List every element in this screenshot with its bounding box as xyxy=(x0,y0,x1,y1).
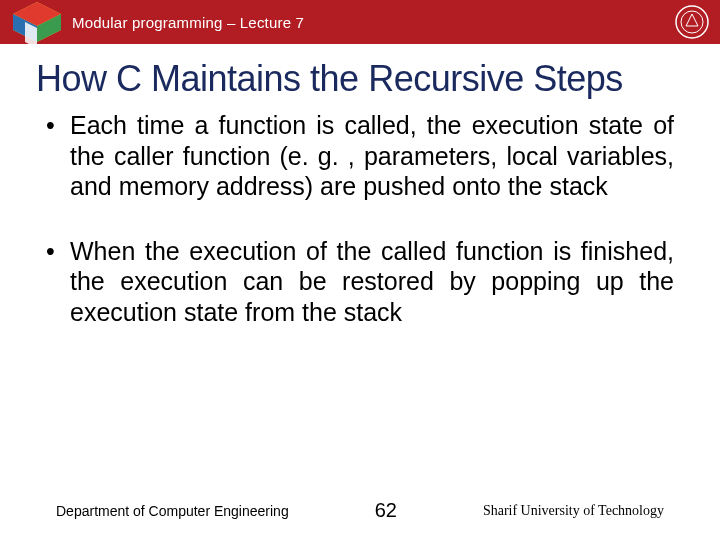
footer-department: Department of Computer Engineering xyxy=(56,503,289,519)
footer: Department of Computer Engineering 62 Sh… xyxy=(0,499,720,522)
header-band: Modular programming – Lecture 7 xyxy=(0,0,720,44)
bullet-item: When the execution of the called functio… xyxy=(46,236,674,328)
footer-university: Sharif University of Technology xyxy=(483,503,664,519)
cube-logo-icon xyxy=(6,0,68,56)
bullet-item: Each time a function is called, the exec… xyxy=(46,110,674,202)
page-number: 62 xyxy=(375,499,397,522)
slide: Modular programming – Lecture 7 How C Ma… xyxy=(0,0,720,540)
slide-body: Each time a function is called, the exec… xyxy=(0,110,720,540)
slide-title: How C Maintains the Recursive Steps xyxy=(36,58,720,100)
university-seal-icon xyxy=(674,4,710,40)
course-label: Modular programming – Lecture 7 xyxy=(72,14,304,31)
bullet-list: Each time a function is called, the exec… xyxy=(46,110,674,327)
